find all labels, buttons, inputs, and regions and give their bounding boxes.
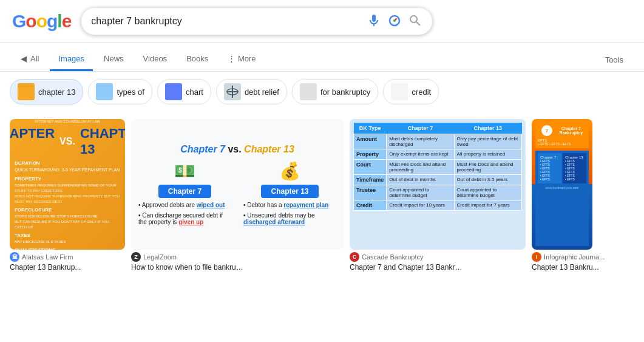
chip-credit-thumb [391, 83, 408, 100]
card3-favicon: C [350, 252, 359, 262]
search-icon[interactable] [408, 13, 422, 30]
chip-types-of[interactable]: types of [88, 79, 152, 104]
chip-chart-label: chart [186, 87, 203, 97]
tab-all[interactable]: ◀ All [12, 48, 47, 71]
card4-bottom-section: Chapter 7 • EFTS• EFTS• EFTS• EFTS• EFTS… [535, 151, 589, 246]
chip-types-of-label: types of [117, 87, 144, 97]
search-icons [367, 13, 422, 30]
chip-chapter13[interactable]: chapter 13 [10, 79, 83, 104]
bk-type-table: BK Type Chapter 7 Chapter 13 Amount Most… [353, 123, 522, 211]
card2-image: Chapter 7 vs. Chapter 13 💵 Chapter 7 • A… [131, 119, 344, 250]
bk-cell-timeframe-type: Timeframe [354, 175, 387, 185]
card4-top-details: EFTS □ EFTS □ EFTS □ EFTS [538, 139, 586, 146]
card3-source: C Cascade Bankruptcy [350, 252, 526, 262]
images-grid: ALATSAS LAW FIRMATTORNEY AND COUNSELOR A… [10, 119, 634, 272]
bk-row-timeframe: Timeframe Out of debt in months Out of d… [354, 175, 522, 185]
chip-debt-relief-thumb [224, 83, 241, 100]
microphone-icon[interactable] [367, 13, 381, 30]
chip-credit[interactable]: credit [383, 79, 439, 104]
card1-details: DURATION QUICK TURNAROUND 3-5 YEAR REPAY… [15, 160, 120, 250]
bk-cell-timeframe-ch7: Out of debt in months [387, 175, 454, 185]
result-card-1[interactable]: ALATSAS LAW FIRMATTORNEY AND COUNSELOR A… [10, 119, 125, 272]
card1-chapter7: CHAPTER7 [10, 126, 55, 157]
bk-cell-timeframe-ch13: Out of debt in 3-5 years [454, 175, 521, 185]
tab-all-label: All [30, 54, 39, 63]
filter-chips: chapter 13 types of chart debt relief fo… [0, 72, 644, 112]
logo-g2: g [47, 11, 57, 32]
card4-source-name: Infographic Journa... [544, 253, 605, 261]
chip-chart[interactable]: chart [157, 79, 211, 104]
card2-ch13-label: Chapter 13 [261, 185, 318, 198]
bk-cell-credit-ch7: Credit impact for 10 years [387, 200, 454, 211]
card2-ch7-bullet2: • Can discharge secured debt if the prop… [138, 212, 231, 225]
chip-chapter13-label: chapter 13 [38, 87, 75, 97]
card4-image: 7 Chapter 7Bankruptcy EFTS □ EFTS □ EFTS… [532, 119, 592, 250]
card1-firm-name: ALATSAS LAW FIRMATTORNEY AND COUNSELOR A… [35, 119, 101, 123]
card4-chapter-label: Chapter 7Bankruptcy [560, 126, 583, 135]
logo-g: G [12, 11, 25, 32]
back-icon: ◀ [21, 54, 27, 63]
card2-repay-text: repayment plan [283, 202, 328, 208]
tab-videos[interactable]: Videos [135, 48, 176, 71]
logo-o2: o [36, 11, 47, 32]
search-input[interactable]: chapter 7 bankruptcy [91, 16, 361, 27]
card1-chapter13: CHAPTER13 [80, 126, 125, 157]
chip-credit-label: credit [412, 87, 431, 97]
bk-cell-amount-ch7: Most debts completely discharged [387, 134, 454, 149]
card4-top-section: 7 Chapter 7Bankruptcy EFTS □ EFTS □ EFTS… [535, 123, 589, 148]
card2-ch13-bullet2: • Unsecured debts may be discharged afte… [243, 212, 336, 225]
card2-ch7-bullet1: • Approved debts are wiped out [138, 202, 231, 208]
card1-image: ALATSAS LAW FIRMATTORNEY AND COUNSELOR A… [10, 119, 125, 250]
card1-vs: VS. [59, 136, 75, 147]
card2-col-ch13: 💰 Chapter 13 • Debtor has a repayment pl… [243, 161, 336, 225]
logo-l: l [57, 11, 61, 32]
result-card-2[interactable]: Chapter 7 vs. Chapter 13 💵 Chapter 7 • A… [131, 119, 344, 272]
tools-button[interactable]: Tools [597, 49, 632, 70]
lens-icon[interactable] [387, 13, 402, 30]
tab-more[interactable]: ⋮ More [219, 48, 264, 71]
logo-e: e [62, 11, 72, 32]
card4-ch13-info: Chapter 13 • EFTS• EFTS• EFTS• EFTS• EFT… [563, 153, 586, 183]
card4-title: Chapter 13 Bankru... [532, 263, 605, 272]
card4-favicon: I [532, 252, 541, 262]
result-card-3[interactable]: BK Type Chapter 7 Chapter 13 Amount Most… [350, 119, 526, 272]
chip-for-bankruptcy-thumb [300, 83, 317, 100]
card2-ch13-title: Chapter 13 [244, 144, 294, 154]
bk-row-trustee: Trustee Court appointed to determine bud… [354, 185, 522, 200]
bk-row-credit: Credit Credit impact for 10 years Credit… [354, 200, 522, 211]
logo-o1: o [25, 11, 36, 32]
bk-cell-trustee-ch7: Court appointed to determine budget [387, 185, 454, 200]
card2-favicon: Z [131, 252, 141, 262]
tab-more-label: ⋮ More [228, 54, 256, 63]
bk-row-amount: Amount Most debts completely discharged … [354, 134, 522, 149]
card2-discharged-text: discharged afterward [243, 219, 305, 225]
bk-cell-court-ch7: Must File Docs and attend proceeding [387, 160, 454, 175]
card3-image: BK Type Chapter 7 Chapter 13 Amount Most… [350, 119, 526, 250]
result-card-4[interactable]: 7 Chapter 7Bankruptcy EFTS □ EFTS □ EFTS… [532, 119, 605, 272]
tab-images-label: Images [58, 54, 84, 63]
chip-debt-relief[interactable]: debt relief [216, 79, 287, 104]
bk-cell-court-ch13: Must File Docs and attend proceeding [454, 160, 521, 175]
svg-point-1 [393, 19, 396, 22]
tab-news-label: News [104, 54, 124, 63]
card4-source: I Infographic Journa... [532, 252, 605, 262]
card2-ch13-bullet1: • Debtor has a repayment plan [243, 202, 336, 208]
chip-chapter13-thumb [18, 83, 35, 100]
main-content: ALATSAS LAW FIRMATTORNEY AND COUNSELOR A… [0, 112, 644, 279]
chip-for-bankruptcy[interactable]: for bankruptcy [292, 79, 378, 104]
search-bar[interactable]: chapter 7 bankruptcy [81, 7, 433, 35]
card2-col-ch7: 💵 Chapter 7 • Approved debts are wiped o… [138, 161, 231, 225]
tab-images[interactable]: Images [50, 48, 93, 71]
tab-books[interactable]: Books [178, 48, 217, 71]
google-logo[interactable]: Google [12, 11, 71, 32]
chip-chart-thumb [165, 83, 182, 100]
card2-title: How to know when to file bankruptcy ... [131, 263, 246, 272]
tab-news[interactable]: News [95, 48, 132, 71]
bk-cell-trustee-type: Trustee [354, 185, 387, 200]
bk-row-property: Property Only exempt items are kept All … [354, 149, 522, 160]
card1-favicon: 🏛 [10, 252, 19, 262]
chip-for-bankruptcy-label: for bankruptcy [320, 87, 370, 97]
chip-debt-relief-label: debt relief [245, 87, 279, 97]
card2-ch13-icon: 💰 [279, 161, 300, 181]
bk-header-type: BK Type [354, 123, 387, 134]
